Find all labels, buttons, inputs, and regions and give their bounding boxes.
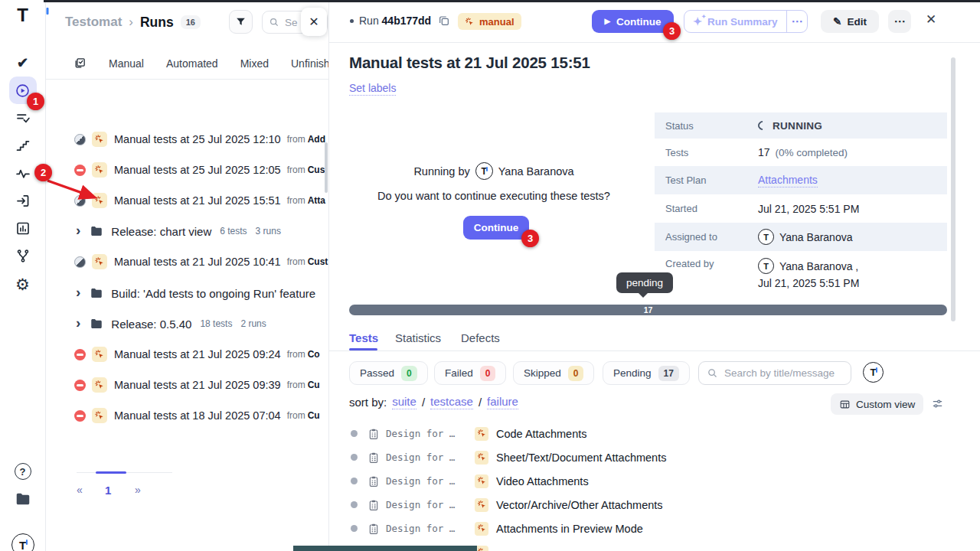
test-row[interactable]: Design for … Sheet/Text/Document Attachm… — [329, 445, 942, 469]
info-row-testplan: Test Plan Attachments — [655, 166, 947, 194]
bottom-indicator-bar — [293, 546, 477, 551]
sidebar-settings-icon[interactable]: ⚙ — [15, 276, 30, 294]
copy-icon[interactable] — [438, 15, 450, 27]
tab-tests[interactable]: Tests — [349, 331, 378, 344]
tab-defects[interactable]: Defects — [461, 331, 500, 344]
test-row[interactable]: Design for … Vector/Archive/Other Attach… — [329, 493, 942, 517]
view-settings-icon[interactable] — [931, 397, 944, 410]
chevron-right-icon[interactable]: › — [76, 285, 80, 299]
test-row[interactable]: Design for … Attachments in Preview Mode — [329, 517, 942, 540]
tab-statistics[interactable]: Statistics — [395, 331, 441, 344]
assignee-filter-avatar[interactable]: T — [863, 362, 884, 383]
run-summary-button[interactable]: ✦✦Run Summary ⋯ — [684, 10, 808, 33]
sidebar-branches-icon[interactable] — [15, 248, 31, 264]
check-icon: ✔ — [17, 54, 28, 71]
test-suite-code: Design for … — [386, 475, 462, 487]
edit-button[interactable]: ✎Edit — [821, 10, 879, 33]
sort-suite-link[interactable]: suite — [392, 395, 416, 409]
sidebar-testcases-icon[interactable]: ✔ — [17, 54, 28, 71]
folder-runs-count: 2 runs — [240, 318, 266, 329]
close-panel-button[interactable]: ✕ — [926, 13, 936, 26]
continue-question: Do you want to continue executing these … — [329, 190, 658, 202]
more-actions-button[interactable]: ⋯ — [888, 10, 911, 33]
sort-testcase-link[interactable]: testcase — [430, 395, 473, 409]
filter-pending[interactable]: Pending17 — [603, 361, 690, 385]
clipboard-icon — [368, 452, 380, 464]
continue-button-inline[interactable]: Continue — [463, 216, 529, 240]
test-row[interactable]: Design for … Video Attachments — [329, 469, 942, 493]
progress-bar[interactable]: 17 — [349, 305, 947, 315]
folder-list-item[interactable]: › Release: chart view 6 tests 3 runs — [46, 216, 329, 246]
running-by-label: Running by — [413, 165, 469, 178]
tests-search-input[interactable] — [723, 367, 843, 380]
filter-skipped[interactable]: Skipped0 — [513, 361, 594, 385]
sidebar-import-icon[interactable] — [15, 193, 31, 209]
runs-scrollbar[interactable] — [325, 142, 328, 193]
running-by-user: Yana Baranova — [498, 165, 574, 178]
manual-run-icon — [92, 377, 107, 393]
pending-tooltip: pending — [616, 272, 673, 293]
filter-failed[interactable]: Failed0 — [434, 361, 506, 385]
filter-passed[interactable]: Passed0 — [349, 361, 428, 385]
logo-letter: T — [17, 6, 28, 24]
run-list-item[interactable]: Manual tests at 18 Jul 2025 07:04 fromCu — [46, 400, 329, 431]
profile-avatar[interactable]: T — [11, 533, 34, 551]
chevron-right-icon[interactable]: › — [76, 223, 80, 237]
sort-separator: / — [422, 396, 425, 409]
continue-button[interactable]: ▶Continue — [592, 10, 674, 33]
run-list-item[interactable]: Manual tests at 21 Jul 2025 09:24 fromCo — [46, 339, 329, 370]
run-list-item[interactable]: Manual tests at 21 Jul 2025 09:39 fromCu — [46, 370, 329, 400]
sidebar-steps-icon[interactable] — [15, 138, 31, 154]
run-id-label: Run 44b177dd — [359, 15, 431, 27]
annotation-badge-2: 2 — [34, 164, 52, 181]
tab-unfinished[interactable]: Unfinished — [291, 57, 329, 70]
chevron-right-icon[interactable]: › — [76, 315, 80, 330]
test-title: Code Attachments — [496, 428, 587, 440]
tab-automated[interactable]: Automated — [166, 57, 218, 70]
test-title: Video Attachments — [496, 475, 589, 487]
sort-failure-link[interactable]: failure — [487, 395, 518, 409]
logo-accent — [46, 8, 48, 15]
tests-search-box[interactable] — [698, 361, 851, 385]
folder-list-item[interactable]: › Release: 0.5.40 18 tests 2 runs — [46, 308, 329, 339]
gear-icon: ⚙ — [15, 276, 30, 294]
pagination-prev[interactable]: « — [77, 484, 83, 496]
runs-count-badge: 16 — [181, 15, 201, 29]
detail-scrollbar[interactable] — [951, 57, 956, 321]
folder-icon — [90, 317, 103, 331]
ellipsis-icon: ⋯ — [894, 15, 906, 28]
projects-folder-icon[interactable] — [15, 491, 31, 507]
sidebar-plans-icon[interactable] — [15, 110, 31, 126]
branch-icon — [15, 248, 31, 264]
play-icon: ▶ — [604, 18, 610, 25]
select-runs-icon[interactable] — [74, 57, 87, 70]
folder-icon — [15, 491, 31, 507]
pending-count-badge: 17 — [658, 366, 679, 381]
test-row[interactable]: Design for … Code Attachments — [329, 422, 942, 445]
pagination-next[interactable]: » — [135, 484, 141, 496]
pagination-page-1[interactable]: 1 — [105, 484, 111, 497]
custom-view-button[interactable]: Custom view — [831, 393, 923, 415]
help-icon[interactable]: ? — [15, 463, 31, 480]
sort-separator: / — [479, 396, 482, 409]
tab-mixed[interactable]: Mixed — [240, 57, 269, 70]
status-stopped-icon — [74, 349, 86, 360]
test-suite-code: Design for … — [386, 452, 462, 463]
set-labels-link[interactable]: Set labels — [349, 82, 396, 96]
breadcrumb-app[interactable]: Testomat — [65, 15, 122, 30]
test-plan-link[interactable]: Attachments — [758, 174, 818, 187]
run-list-item[interactable]: Manual tests at 21 Jul 2025 10:41 fromCu… — [46, 246, 329, 277]
run-source: fromCus — [287, 165, 325, 175]
clear-search-button[interactable]: ✕ — [301, 8, 327, 36]
sidebar-analytics-icon[interactable] — [15, 220, 31, 236]
sidebar-activity-icon[interactable] — [15, 165, 31, 181]
tab-manual[interactable]: Manual — [109, 57, 144, 70]
funnel-icon — [235, 16, 247, 28]
filter-button[interactable] — [229, 10, 253, 34]
run-title: Manual tests at 21 Jul 2025 15:51 — [114, 194, 281, 207]
run-list-item[interactable]: Manual tests at 25 Jul 2025 12:10 fromAd… — [46, 124, 329, 155]
folder-list-item[interactable]: › Build: 'Add tests to ongoing Run' feat… — [46, 278, 329, 308]
run-summary-more-button[interactable]: ⋯ — [787, 11, 807, 32]
folder-title: Release: chart view — [111, 225, 211, 238]
app-logo[interactable]: T — [0, 6, 45, 24]
